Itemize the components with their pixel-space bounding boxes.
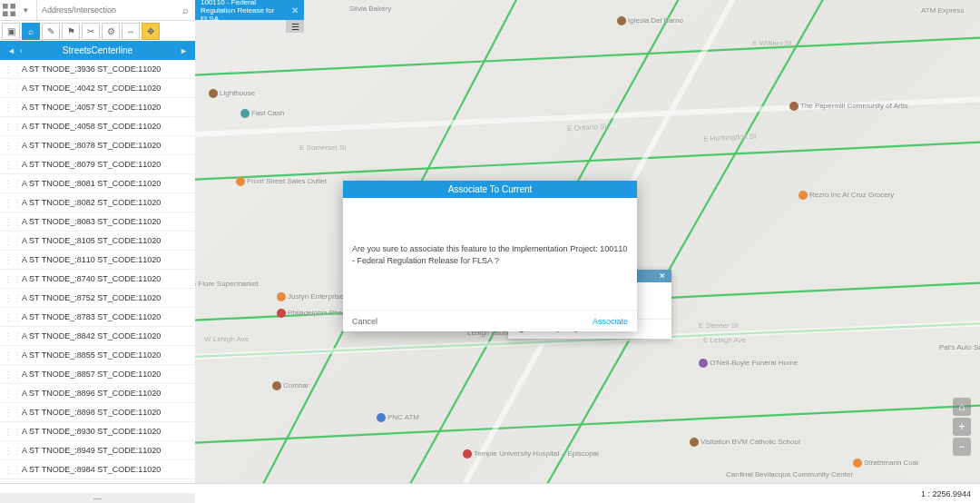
list-item[interactable]: ⋮⋮A ST TNODE_:8984 ST_CODE:11020 [0, 460, 195, 479]
home-button[interactable]: ⌂ [953, 398, 971, 416]
sidebar-back-icon[interactable]: ◄ [7, 46, 15, 55]
list-item[interactable]: ⋮⋮A ST TNODE_:4042 ST_CODE:11020 [0, 79, 195, 98]
edit-tool[interactable]: ✎ [42, 23, 60, 40]
list-item[interactable]: ⋮⋮A ST TNODE_:8783 ST_CODE:11020 [0, 308, 195, 327]
list-item-label: A ST TNODE_:8105 ST_CODE:11020 [15, 236, 190, 245]
drag-handle-icon[interactable]: ⋮⋮ [4, 160, 15, 170]
list-item-label: A ST TNODE_:8078 ST_CODE:11020 [15, 141, 190, 150]
drag-handle-icon[interactable]: ⋮⋮ [4, 446, 15, 456]
list-item[interactable]: ⋮⋮A ST TNODE_:8842 ST_CODE:11020 [0, 327, 195, 346]
street-somerset: E Somerset St [299, 143, 347, 152]
list-item[interactable]: ⋮⋮A ST TNODE_:4058 ST_CODE:11020 [0, 117, 195, 136]
poi-justyn: Justyn Enterprises [288, 292, 348, 301]
poi-barno: Iglesia Del Barno [628, 16, 683, 25]
drag-handle-icon[interactable]: ⋮⋮ [4, 103, 15, 113]
sidebar-header: ◄ ‹ StreetsCenterline ► [0, 41, 195, 60]
modal-body: Are you sure to associate this feature t… [343, 198, 637, 310]
poi-lighthouse: Lighthouse [220, 89, 255, 97]
cut-tool[interactable]: ✂ [82, 23, 100, 40]
list-item-label: A ST TNODE_:4042 ST_CODE:11020 [15, 84, 190, 93]
drag-handle-icon[interactable]: ⋮⋮ [4, 427, 15, 437]
list-item-label: A ST TNODE_:4057 ST_CODE:11020 [15, 103, 190, 112]
list-item[interactable]: ⋮⋮A ST TNODE_:8082 ST_CODE:11020 [0, 193, 195, 212]
drag-handle-icon[interactable]: ⋮⋮ [4, 370, 15, 380]
list-item-label: A ST TNODE_:8855 ST_CODE:11020 [15, 350, 190, 360]
drag-handle-icon[interactable]: ⋮⋮ [4, 141, 15, 151]
bookmark-tool[interactable]: ⚑ [62, 23, 80, 40]
list-item[interactable]: ⋮⋮A ST TNODE_:8857 ST_CODE:11020 [0, 365, 195, 384]
sidebar-back2-icon[interactable]: ‹ [20, 46, 23, 55]
drag-handle-icon[interactable]: ⋮⋮ [4, 122, 15, 132]
list-item-label: A ST TNODE_:8740 ST_CODE:11020 [15, 274, 190, 283]
list-item-label: A ST TNODE_:8752 ST_CODE:11020 [15, 293, 190, 302]
list-item-label: A ST TNODE_:8984 ST_CODE:11020 [15, 465, 190, 474]
list-item-label: A ST TNODE_:4058 ST_CODE:11020 [15, 122, 190, 131]
poi-rezro: Rezro Inc At Cruz Grocery [809, 191, 894, 199]
poi-fiore: the Fiore Supermarket [195, 280, 259, 288]
drag-handle-icon[interactable]: ⋮⋮ [4, 389, 15, 399]
cancel-button[interactable]: Cancel [352, 317, 377, 326]
street-william: E William St [752, 39, 791, 47]
search-button[interactable]: ⌕ [175, 0, 195, 20]
list-item[interactable]: ⋮⋮A ST TNODE_:8898 ST_CODE:11020 [0, 403, 195, 422]
list-item-label: A ST TNODE_:8898 ST_CODE:11020 [15, 408, 190, 417]
drag-handle-icon[interactable]: ⋮⋮ [4, 465, 15, 475]
search-type-dropdown[interactable]: ▾ [15, 0, 37, 20]
list-item[interactable]: ⋮⋮A ST TNODE_:3936 ST_CODE:11020 [0, 60, 195, 79]
svg-line-11 [195, 404, 980, 445]
pan-tool[interactable]: ✥ [142, 23, 160, 40]
list-item[interactable]: ⋮⋮A ST TNODE_:8752 ST_CODE:11020 [0, 289, 195, 308]
list-item[interactable]: ⋮⋮A ST TNODE_:8896 ST_CODE:11020 [0, 384, 195, 403]
settings-tool[interactable]: ⚙ [102, 23, 120, 40]
zoom-tool[interactable]: ⌕ [22, 23, 40, 40]
list-item-label: A ST TNODE_:8949 ST_CODE:11020 [15, 446, 190, 455]
project-label: 100110 - Federal Regulation Release for … [201, 0, 291, 23]
drag-handle-icon[interactable]: ⋮⋮ [4, 293, 15, 303]
drag-handle-icon[interactable]: ⋮⋮ [4, 408, 15, 418]
drag-handle-icon[interactable]: ⋮⋮ [4, 274, 15, 284]
drag-handle-icon[interactable]: ⋮⋮ [4, 84, 15, 94]
drag-handle-icon[interactable]: ⋮⋮ [4, 198, 15, 208]
list-item[interactable]: ⋮⋮A ST TNODE_:8078 ST_CODE:11020 [0, 136, 195, 155]
zoom-in-button[interactable]: + [953, 418, 971, 436]
list-item[interactable]: ⋮⋮A ST TNODE_:8740 ST_CODE:11020 [0, 270, 195, 289]
drag-handle-icon[interactable]: ⋮⋮ [4, 255, 15, 265]
sidebar-footer[interactable]: — [0, 493, 195, 503]
list-item[interactable]: ⋮⋮A ST TNODE_:8081 ST_CODE:11020 [0, 174, 195, 193]
select-tool[interactable]: ▣ [2, 23, 20, 40]
list-item-label: A ST TNODE_:3936 ST_CODE:11020 [15, 64, 190, 74]
sidebar-forward-icon[interactable]: ► [180, 46, 188, 55]
poi-bevil: Cardinal Bevilacqua Community Center [726, 470, 853, 478]
svg-line-9 [195, 36, 980, 77]
project-close-icon[interactable]: ✕ [291, 5, 299, 15]
list-item-label: A ST TNODE_:8930 ST_CODE:11020 [15, 427, 190, 436]
drag-handle-icon[interactable]: ⋮⋮ [4, 236, 15, 246]
search-input[interactable] [37, 0, 175, 20]
project-menu-toggle[interactable]: ☰ [286, 20, 304, 33]
drag-handle-icon[interactable]: ⋮⋮ [4, 179, 15, 189]
poi-pats: Pat's Auto Sale [939, 343, 980, 351]
drag-handle-icon[interactable]: ⋮⋮ [4, 217, 15, 227]
list-item[interactable]: ⋮⋮A ST TNODE_:8083 ST_CODE:11020 [0, 212, 195, 232]
drag-handle-icon[interactable]: ⋮⋮ [4, 331, 15, 341]
drag-handle-icon[interactable]: ⋮⋮ [4, 64, 15, 74]
list-item[interactable]: ⋮⋮A ST TNODE_:8949 ST_CODE:11020 [0, 441, 195, 460]
measure-tool[interactable]: ↔ [122, 23, 140, 40]
zoom-out-button[interactable]: − [953, 438, 971, 456]
list-item[interactable]: ⋮⋮A ST TNODE_:8079 ST_CODE:11020 [0, 155, 195, 174]
list-item[interactable]: ⋮⋮A ST TNODE_:4057 ST_CODE:11020 [0, 98, 195, 117]
poi-comhar: Comhar [283, 381, 309, 390]
popup-close-icon[interactable]: ✕ [659, 271, 666, 281]
drag-handle-icon[interactable]: ⋮⋮ [4, 350, 15, 360]
feature-list[interactable]: ⋮⋮A ST TNODE_:3936 ST_CODE:11020⋮⋮A ST T… [0, 60, 195, 483]
apps-icon[interactable] [3, 4, 15, 16]
poi-visitbvm: Visitation BVM Catholic School [701, 438, 800, 446]
drag-handle-icon[interactable]: ⋮⋮ [4, 312, 15, 322]
list-item[interactable]: ⋮⋮A ST TNODE_:8110 ST_CODE:11020 [0, 251, 195, 270]
list-item[interactable]: ⋮⋮A ST TNODE_:8105 ST_CODE:11020 [0, 232, 195, 251]
list-item[interactable]: ⋮⋮A ST TNODE_:8855 ST_CODE:11020 [0, 346, 195, 365]
project-chip[interactable]: 100110 - Federal Regulation Release for … [195, 0, 304, 20]
list-item[interactable]: ⋮⋮A ST TNODE_:8930 ST_CODE:11020 [0, 422, 195, 441]
street-sterner: E Sterner St [699, 321, 739, 330]
associate-button[interactable]: Associate [593, 317, 628, 326]
